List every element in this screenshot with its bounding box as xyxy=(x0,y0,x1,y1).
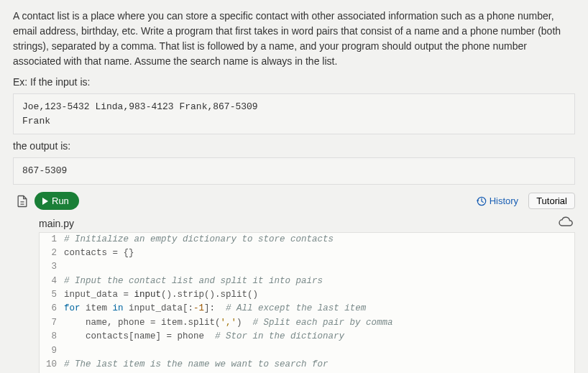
line-content[interactable]: name, phone = item.split(',') # Split ea… xyxy=(64,316,393,330)
line-content[interactable]: contacts = {} xyxy=(64,247,134,260)
code-line[interactable]: 1# Initialize an empty dictionary to sto… xyxy=(40,233,574,247)
code-line[interactable]: 2contacts = {} xyxy=(40,247,574,260)
run-button-label: Run xyxy=(52,195,69,206)
line-content[interactable]: # Input the contact list and split it in… xyxy=(64,275,323,288)
code-line[interactable]: 4# Input the contact list and split it i… xyxy=(40,275,574,288)
cloud-icon xyxy=(558,216,574,230)
line-number: 8 xyxy=(40,330,64,344)
line-content[interactable]: contacts[name] = phone # Stor in the dic… xyxy=(64,330,344,344)
code-line[interactable]: 10# The last item is the name we want to… xyxy=(40,358,574,372)
line-content[interactable]: # Initialize an empty dictionary to stor… xyxy=(64,233,334,247)
code-line[interactable]: 9 xyxy=(40,344,574,358)
line-number: 9 xyxy=(40,344,64,358)
code-line[interactable]: 7 name, phone = item.split(',') # Split … xyxy=(40,316,574,330)
line-number: 10 xyxy=(40,358,64,372)
line-number: 7 xyxy=(40,316,64,330)
code-editor[interactable]: 1# Initialize an empty dictionary to sto… xyxy=(39,232,575,374)
line-content[interactable]: input_data = input().strip().split() xyxy=(64,288,258,302)
line-number: 6 xyxy=(40,302,64,316)
line-number: 3 xyxy=(40,260,64,274)
line-number: 4 xyxy=(40,275,64,288)
input-example-box: Joe,123-5432 Linda,983-4123 Frank,867-53… xyxy=(13,93,575,134)
tutorial-button[interactable]: Tutorial xyxy=(528,193,575,209)
output-label: the output is: xyxy=(13,140,575,152)
code-line[interactable]: 6for item in input_data[:-1]: # All exce… xyxy=(40,302,574,316)
filename-tab[interactable]: main.py xyxy=(39,215,74,232)
history-label: History xyxy=(490,195,518,206)
line-content[interactable]: # The last item is the name we want to s… xyxy=(64,358,329,372)
code-line[interactable]: 3 xyxy=(40,260,574,274)
code-line[interactable]: 5input_data = input().strip().split() xyxy=(40,288,574,302)
line-number: 2 xyxy=(40,247,64,260)
output-example-box: 867-5309 xyxy=(13,157,575,185)
run-button[interactable]: Run xyxy=(35,192,79,210)
history-link[interactable]: History xyxy=(477,195,518,206)
code-line[interactable]: 8 contacts[name] = phone # Stor in the d… xyxy=(40,330,574,344)
line-number: 1 xyxy=(40,233,64,247)
file-icon xyxy=(14,192,30,211)
example-label: Ex: If the input is: xyxy=(13,76,575,88)
problem-description: A contact list is a place where you can … xyxy=(13,9,575,69)
line-number: 5 xyxy=(40,288,64,302)
line-content[interactable]: for item in input_data[:-1]: # All excep… xyxy=(64,302,366,316)
